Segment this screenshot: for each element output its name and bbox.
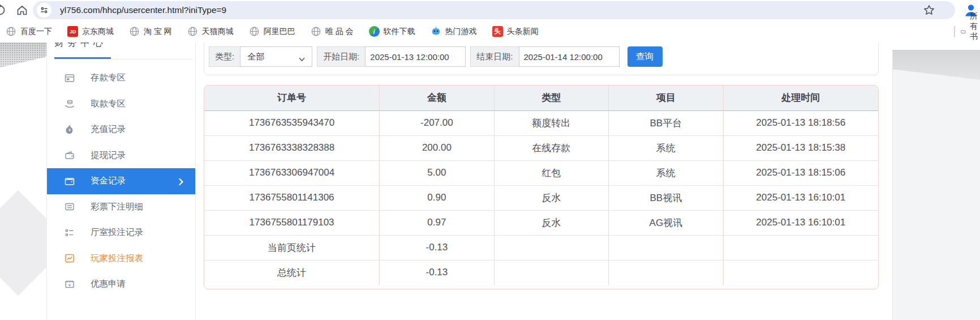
cell-project: AG视讯 xyxy=(609,210,723,235)
software-icon: i xyxy=(369,26,380,37)
bookmark-item[interactable]: 热门游戏 xyxy=(431,26,477,37)
cell-order-no: 1736755801179103 xyxy=(204,210,380,235)
column-header-type: 类型 xyxy=(494,86,608,110)
end-date-label: 结束日期: xyxy=(470,46,518,67)
cell-time: 2025-01-13 18:18:56 xyxy=(723,110,878,135)
bookmark-item[interactable]: 天猫商城 xyxy=(187,26,234,37)
bookmark-label: 淘 宝 网 xyxy=(144,27,172,37)
browser-toolbar: yl756.com/hhcp/usercenter.html?iniType=9 xyxy=(0,0,980,20)
funds-icon xyxy=(64,176,75,187)
bookmark-item[interactable]: 唯 品 会 xyxy=(311,26,354,37)
toutiao-icon: 头 xyxy=(492,26,503,37)
deposit-icon xyxy=(64,72,75,84)
column-header-project: 项目 xyxy=(609,86,723,110)
bookmark-item[interactable]: 百度一下 xyxy=(6,26,52,37)
home-icon[interactable] xyxy=(16,4,28,16)
column-header-order-no: 订单号 xyxy=(204,86,380,110)
app-root: yl756.com/hhcp/usercenter.html?iniType=9… xyxy=(0,0,980,320)
globe-icon xyxy=(249,26,260,37)
query-button[interactable]: 查询 xyxy=(627,46,663,67)
cell-amount: 5.00 xyxy=(380,160,494,185)
start-date-input[interactable] xyxy=(365,46,466,67)
sidebar-item-funds[interactable]: 资金记录 xyxy=(47,168,195,194)
summary-row: 当前页统计-0.13 xyxy=(204,235,878,260)
bookmark-label: 百度一下 xyxy=(20,27,52,37)
bookmark-label: 阿里巴巴 xyxy=(264,27,295,37)
cell-type: 红包 xyxy=(494,160,608,185)
cell-type xyxy=(494,260,608,285)
cell-order-no: 总统计 xyxy=(204,260,380,285)
cell-type xyxy=(494,235,608,260)
sidebar-item-withdraw[interactable]: 取款专区 xyxy=(47,91,195,117)
sidebar-item-withdraw-record[interactable]: 提现记录 xyxy=(47,143,195,169)
cell-amount: 0.90 xyxy=(380,185,494,210)
sidebar-item-player-report[interactable]: 玩家投注报表 xyxy=(47,246,195,272)
funds-record-table: 订单号金额类型项目处理时间 1736763535943470-207.00额度转… xyxy=(204,85,879,289)
sidebar-item-lottery-detail[interactable]: 彩票下注明细 xyxy=(47,194,195,220)
cell-time xyxy=(723,235,878,260)
bookmark-label: 软件下载 xyxy=(384,27,415,37)
jd-icon: JD xyxy=(67,26,78,37)
withdraw-icon xyxy=(64,98,75,109)
chevron-right-icon xyxy=(179,177,184,185)
sidebar-section-title: 财务中心 xyxy=(54,42,156,50)
summary-row: 总统计-0.13 xyxy=(204,260,878,285)
game-icon xyxy=(431,26,441,37)
bookmark-item[interactable]: JD京东商城 xyxy=(67,26,114,37)
recharge-icon: ¥ xyxy=(64,124,75,135)
cell-amount: 200.00 xyxy=(380,135,494,160)
site-settings-icon[interactable] xyxy=(37,3,51,18)
right-decoration xyxy=(892,50,980,320)
url-text[interactable]: yl756.com/hhcp/usercenter.html?iniType=9 xyxy=(60,1,226,19)
bookmark-label: 头条新闻 xyxy=(507,27,539,37)
table-row: 17367558011791030.97反水AG视讯2025-01-13 16:… xyxy=(204,210,878,235)
sidebar-item-recharge[interactable]: ¥充值记录 xyxy=(47,117,195,143)
cell-time: 2025-01-13 16:10:01 xyxy=(723,185,878,210)
end-date-input[interactable] xyxy=(519,46,620,67)
page-content: 财务中心 存款专区取款专区¥充值记录提现记录资金记录彩票下注明细厅室投注记录玩家… xyxy=(0,42,980,320)
lottery-detail-icon xyxy=(64,201,75,212)
cell-project xyxy=(609,260,723,285)
sidebar-item-label: 彩票下注明细 xyxy=(91,201,143,213)
bookmark-star-icon[interactable] xyxy=(923,5,935,16)
table-row: 1736763338328388200.00在线存款系统2025-01-13 1… xyxy=(204,135,878,160)
bookmark-item[interactable]: i软件下载 xyxy=(369,26,415,37)
bookmarks-list: 百度一下JD京东商城淘 宝 网天猫商城阿里巴巴唯 品 会i软件下载热门游戏头头条… xyxy=(6,20,539,42)
sidebar-item-promo[interactable]: ¥优惠申请 xyxy=(47,271,195,297)
bookmark-label: 热门游戏 xyxy=(445,27,477,37)
type-select[interactable]: 全部 xyxy=(240,46,312,67)
cell-order-no: 1736763338328388 xyxy=(204,135,380,160)
globe-icon xyxy=(129,26,140,37)
hall-bet-icon xyxy=(64,227,75,238)
all-bookmarks-folder[interactable]: 所有书签 xyxy=(961,20,980,42)
globe-icon xyxy=(6,26,16,37)
reload-icon[interactable] xyxy=(0,4,6,16)
bookmark-item[interactable]: 头头条新闻 xyxy=(492,26,539,37)
url-bar[interactable]: yl756.com/hhcp/usercenter.html?iniType=9 xyxy=(33,1,955,19)
bookmark-item[interactable]: 阿里巴巴 xyxy=(249,26,295,37)
bookmark-item[interactable]: 淘 宝 网 xyxy=(129,26,172,37)
table-header-row: 订单号金额类型项目处理时间 xyxy=(204,86,878,110)
cell-time: 2025-01-13 18:15:38 xyxy=(723,135,878,160)
cell-project: 系统 xyxy=(609,135,723,160)
sidebar-menu: 存款专区取款专区¥充值记录提现记录资金记录彩票下注明细厅室投注记录玩家投注报表¥… xyxy=(47,65,195,297)
sidebar-item-deposit[interactable]: 存款专区 xyxy=(47,65,195,91)
left-decoration xyxy=(0,42,46,320)
cell-time xyxy=(723,260,878,285)
svg-text:¥: ¥ xyxy=(68,283,71,288)
cell-order-no: 1736755801141306 xyxy=(204,185,380,210)
cell-project: BB平台 xyxy=(609,110,723,135)
bookmark-label: 天猫商城 xyxy=(202,27,234,37)
cell-amount: -207.00 xyxy=(380,110,494,135)
sidebar-item-label: 资金记录 xyxy=(91,175,126,187)
chevron-down-icon xyxy=(299,54,305,58)
sidebar-item-hall-bet[interactable]: 厅室投注记录 xyxy=(47,220,195,246)
cell-order-no: 1736763306947004 xyxy=(204,160,380,185)
cell-project: 系统 xyxy=(609,160,723,185)
cell-project: BB视讯 xyxy=(609,185,723,210)
cell-order-no: 1736763535943470 xyxy=(204,110,380,135)
globe-icon xyxy=(187,26,198,37)
sidebar-item-label: 优惠申请 xyxy=(91,278,126,290)
cell-order-no: 当前页统计 xyxy=(204,235,380,260)
sidebar-item-label: 充值记录 xyxy=(91,123,126,135)
